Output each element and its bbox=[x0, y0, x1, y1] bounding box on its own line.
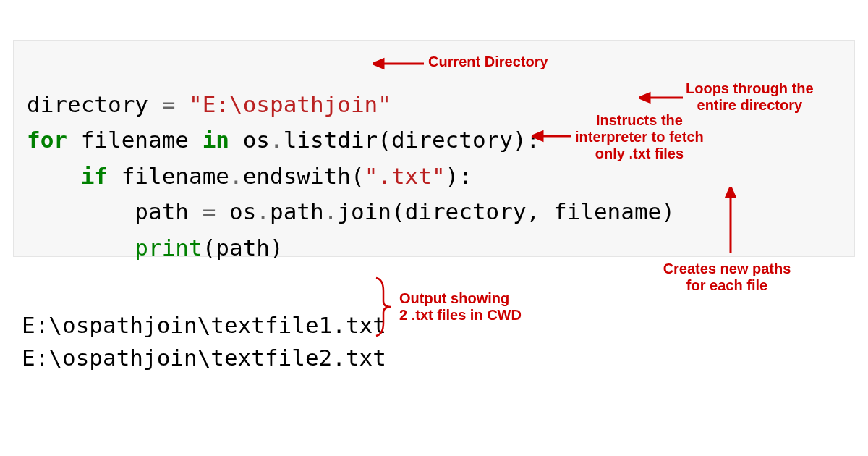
code-indent bbox=[27, 235, 135, 261]
arrow-loop-icon bbox=[639, 90, 683, 105]
annotation-newpaths: Creates new pathsfor each file bbox=[637, 261, 817, 294]
annotation-fetch: Instructs theinterpreter to fetchonly .t… bbox=[575, 112, 704, 162]
output-block: E:\ospathjoin\textfile1.txt E:\ospathjoi… bbox=[22, 276, 386, 374]
code-builtin: print bbox=[135, 235, 202, 261]
code-token: directory bbox=[27, 91, 162, 117]
svg-marker-1 bbox=[373, 59, 383, 68]
annotation-loop: Loops through theentire directory bbox=[686, 80, 814, 114]
code-token: path bbox=[270, 198, 324, 224]
svg-marker-5 bbox=[532, 132, 542, 140]
arrow-current-directory-icon bbox=[373, 56, 424, 71]
code-token: (path) bbox=[203, 235, 284, 261]
code-token: join(directory, filename) bbox=[337, 198, 675, 224]
output-line: E:\ospathjoin\textfile1.txt bbox=[22, 312, 386, 338]
code-token: os bbox=[229, 127, 270, 153]
code-token bbox=[175, 91, 189, 117]
code-token: listdir(directory): bbox=[284, 127, 540, 153]
code-token: path bbox=[135, 198, 202, 224]
code-string: "E:\ospathjoin" bbox=[189, 91, 391, 117]
annotation-current-directory: Current Directory bbox=[428, 54, 548, 70]
annotation-output: Output showing2 .txt files in CWD bbox=[399, 290, 522, 324]
code-token: os bbox=[216, 198, 256, 224]
code-indent bbox=[27, 198, 135, 224]
output-line: E:\ospathjoin\textfile2.txt bbox=[22, 345, 386, 371]
code-operator: = bbox=[203, 198, 216, 224]
code-indent bbox=[27, 163, 81, 189]
code-operator: . bbox=[229, 163, 243, 189]
code-keyword: if bbox=[81, 163, 108, 189]
code-token: filename bbox=[108, 163, 229, 189]
code-keyword: in bbox=[203, 127, 229, 153]
svg-marker-3 bbox=[639, 93, 650, 102]
arrow-fetch-icon bbox=[532, 129, 571, 143]
brace-output-icon bbox=[373, 276, 393, 337]
code-operator: . bbox=[324, 198, 338, 224]
code-string: ".txt" bbox=[365, 163, 446, 189]
code-keyword: for bbox=[27, 127, 67, 153]
code-token: endswith( bbox=[243, 163, 365, 189]
code-operator: . bbox=[270, 127, 284, 153]
code-operator: . bbox=[256, 198, 270, 224]
arrow-newpaths-icon bbox=[723, 187, 738, 253]
svg-marker-7 bbox=[726, 187, 735, 197]
code-token: ): bbox=[446, 163, 472, 189]
code-operator: = bbox=[162, 91, 176, 117]
code-token: filename bbox=[67, 127, 203, 153]
